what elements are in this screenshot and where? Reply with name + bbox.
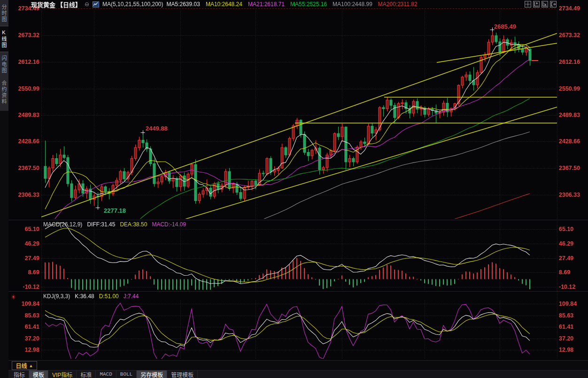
axis-label: 27.49 xyxy=(559,255,573,262)
axis-label: 46.29 xyxy=(559,240,573,247)
axis-label: 2550.99 xyxy=(8,85,39,92)
bottom-tab-7[interactable]: 另存模板 xyxy=(137,370,167,378)
trading-terminal: 分时图K线图闪电图合约资料 现货黄金 【日线】 ⊖ MA(5,10,21,55,… xyxy=(0,0,588,378)
axis-label: 8.69 xyxy=(8,269,39,276)
axis-label: 2367.50 xyxy=(559,165,580,171)
axis-label: 2734.49 xyxy=(559,5,580,12)
axis-zoom-in-icon[interactable] xyxy=(533,1,540,8)
kdj-header-row: KDJ(9,3,3) K:36.48 D:51.00 J:7.44 xyxy=(43,293,139,300)
ma-value-5: MA100:2448.99 xyxy=(333,1,372,8)
left-sidebar: 分时图K线图闪电图合约资料 xyxy=(0,0,8,378)
axis-label: 37.20 xyxy=(559,335,573,342)
macd-macd-value: MACD:-14.09 xyxy=(152,221,186,228)
macd-diff-value: DIFF:31.45 xyxy=(87,221,115,228)
period-tag: 【日线】 xyxy=(57,0,81,9)
ma-params-label: MA(5,10,21,55,100,200) xyxy=(102,1,163,8)
ma-value-3: MA21:2618.71 xyxy=(248,1,285,8)
axis-label: 2612.16 xyxy=(559,59,580,65)
bottom-tab-4[interactable]: 标准 xyxy=(77,370,96,378)
kdj-j-value: J:7.44 xyxy=(124,293,139,300)
axis-label: 65.10 xyxy=(559,226,573,232)
axis-label: 109.84 xyxy=(8,301,39,307)
bottom-tab-1[interactable]: 指标 xyxy=(10,370,29,378)
sidebar-tab-4[interactable]: 合约资料 xyxy=(0,77,8,108)
axis-label: 109.84 xyxy=(559,301,577,307)
axis-label: 2428.66 xyxy=(559,138,580,145)
kdj-d-value: D:51.00 xyxy=(99,293,119,300)
axis-zoom-out-icon[interactable] xyxy=(542,1,548,8)
axis-label: 2306.33 xyxy=(559,192,580,198)
kdj-settings-icon[interactable]: ☀ xyxy=(10,293,17,301)
macd-title: MACD(26,12,9) xyxy=(43,221,82,228)
axis-label: -10.12 xyxy=(559,284,575,290)
axis-label: 2550.99 xyxy=(559,85,580,92)
xaxis-band xyxy=(8,360,588,370)
axis-label: 12.98 xyxy=(8,347,39,353)
axis-label: 8.69 xyxy=(559,269,570,276)
bottom-tab-6[interactable]: BOLL xyxy=(116,370,137,378)
macd-header-row: MACD(26,12,9) DIFF:31.45 DEA:38.50 MACD:… xyxy=(43,221,186,228)
bottom-tab-3[interactable]: VIP指标 xyxy=(48,370,77,378)
axis-label: 2489.83 xyxy=(8,112,39,118)
axis-label: 46.29 xyxy=(8,240,39,247)
axis-label: 85.63 xyxy=(559,312,573,319)
symbol-name: 现货黄金 xyxy=(31,0,55,9)
chart-header: 现货黄金 【日线】 ⊖ MA(5,10,21,55,100,200) MA5:2… xyxy=(31,0,418,8)
sidebar-tab-3[interactable]: 闪电图 xyxy=(0,52,8,77)
axis-label: 2673.32 xyxy=(559,32,580,39)
axis-label: 2489.83 xyxy=(559,112,580,118)
axis-label: 2673.32 xyxy=(8,32,39,39)
axis-label: 85.63 xyxy=(8,312,39,319)
bottom-tab-5[interactable]: MACD xyxy=(96,370,116,378)
triangle-up-icon: ▲ xyxy=(29,363,33,368)
indicator-tabbar: 指标模板VIP指标标准MACDBOLL另存模板管理模板 xyxy=(8,370,588,378)
axis-label: -10.12 xyxy=(8,284,39,290)
axis-label: 37.20 xyxy=(8,335,39,342)
ma-value-1: MA5:2639.03 xyxy=(167,1,200,8)
kdj-title: KDJ(9,3,3) xyxy=(43,293,70,300)
bottom-tab-2[interactable]: 模板 xyxy=(29,370,48,378)
pan-move-icon[interactable] xyxy=(525,1,531,8)
period-selector[interactable]: 日线 ▲ xyxy=(12,361,37,370)
sidebar-tab-list: 分时图K线图闪电图合约资料 xyxy=(0,0,8,111)
ma-value-list: MA5:2639.03MA10:2648.24MA21:2618.71MA55:… xyxy=(167,1,418,8)
kline-chart-canvas[interactable] xyxy=(0,0,588,378)
period-selector-label: 日线 xyxy=(16,362,27,370)
axis-label: 61.41 xyxy=(8,324,39,330)
ma-value-6: MA200:2311.82 xyxy=(378,1,418,8)
ma-value-4: MA55:2525.16 xyxy=(290,1,327,8)
price-annotation-3: 2277.18 xyxy=(104,207,126,214)
price-annotation-1: 2685.49 xyxy=(494,23,516,30)
collapse-icon[interactable]: ⊖ xyxy=(85,1,89,7)
axis-label: 65.10 xyxy=(8,226,39,232)
axis-label: 12.98 xyxy=(559,347,573,353)
sidebar-tab-1[interactable]: 分时图 xyxy=(0,1,8,26)
candlestick-mini-icon[interactable] xyxy=(93,1,99,8)
axis-label: 2612.16 xyxy=(8,59,39,65)
ma-value-2: MA10:2648.24 xyxy=(206,1,242,8)
axis-label: 61.41 xyxy=(559,324,573,330)
bottom-tab-8[interactable]: 管理模板 xyxy=(167,370,198,378)
chart-toolbar xyxy=(525,1,557,8)
axis-label: 27.49 xyxy=(8,255,39,262)
kdj-k-value: K:36.48 xyxy=(75,293,94,300)
axis-label: 2428.66 xyxy=(8,138,39,145)
axis-label: 2306.33 xyxy=(8,192,39,198)
macd-dea-value: DEA:38.50 xyxy=(120,221,147,228)
axis-label: 2367.50 xyxy=(8,165,39,171)
exit-panel-icon[interactable] xyxy=(550,1,557,8)
price-annotation-2: 2449.88 xyxy=(146,125,168,132)
sidebar-tab-2[interactable]: K线图 xyxy=(0,26,8,52)
